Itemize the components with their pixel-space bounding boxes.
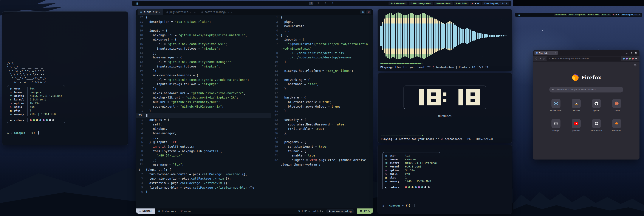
notification-icon[interactable] — [472, 3, 473, 4]
window-minimize-button[interactable] — [626, 52, 628, 54]
shortcut-tile-claude[interactable]: claude — [607, 99, 626, 112]
shortcut-tile-amazon[interactable]: aamazon — [567, 99, 586, 112]
status-module-home[interactable]: Home: 8ms — [434, 2, 452, 6]
status-module-p[interactable]: P: Balanced — [388, 2, 408, 6]
cava-bar — [398, 12, 399, 60]
code-line: 4 nixpkgs-f2k.url = "github:moni-dz/nixp… — [136, 95, 271, 100]
shell-prompt[interactable]: ⌂→canopus~))) — [382, 204, 507, 207]
volume-icon[interactable] — [474, 3, 476, 4]
code-line: 11 username = "tux"; — [136, 162, 271, 167]
vim-mode-segment: NORMAL — [136, 208, 155, 214]
app-launcher-button[interactable] — [134, 2, 139, 5]
workspace-tag-2[interactable]: 2 — [316, 2, 320, 5]
code-text: ]; — [281, 60, 288, 64]
network-icon[interactable] — [478, 3, 479, 4]
window-maximize-button[interactable] — [630, 52, 632, 54]
code-line: 7 inputs.nixpkgs.follows = "nixpkgs"; — [136, 82, 271, 86]
newtab-search-input[interactable] — [556, 88, 620, 91]
tab-close-icon[interactable] — [554, 52, 556, 54]
clock-window[interactable]: 08/08/24 =========================> Play… — [378, 73, 512, 143]
shortcut-tile-chatgpt[interactable]: chatgpt — [546, 119, 566, 132]
code-text: }; — [281, 109, 288, 113]
shortcut-tile-search-nixos[interactable]: search.nixos — [546, 99, 566, 112]
status-module-gpu[interactable]: GPU: Integrated — [568, 14, 586, 16]
status-modules: P: BalancedGPU: IntegratedHome: 8msBat: … — [388, 2, 509, 6]
editor-body: 22{21 description = "tux's NixOS Flake";… — [136, 15, 373, 208]
workspace-tag-1[interactable]: 1 — [309, 2, 314, 5]
cloud-icon — [612, 119, 621, 128]
clock-module[interactable]: Thu Aug 08, 18:18 — [621, 14, 641, 16]
shell-prompt[interactable]: ⌂→canopus~))) — [7, 131, 123, 135]
play-icon — [572, 119, 581, 128]
address-bar[interactable] — [546, 57, 622, 61]
tab-label: hosts/isoImag... — [204, 11, 230, 14]
back-button[interactable] — [535, 57, 538, 60]
shortcut-tile-youtube[interactable]: youtube — [567, 119, 586, 132]
tab-close-icon[interactable] — [231, 12, 232, 13]
code-text: inherit (self) outputs; — [146, 144, 195, 149]
workspace-tag-4[interactable]: 4 — [330, 2, 335, 5]
notification-icon[interactable] — [613, 14, 614, 15]
cava-bar — [482, 12, 483, 60]
status-module-bat[interactable]: Bat: 100 — [454, 2, 468, 6]
browser-tab-new-tab[interactable]: New Tab — [534, 51, 558, 55]
toggle-view-button[interactable] — [360, 10, 365, 14]
status-module-gpu[interactable]: GPU: Integrated — [409, 2, 433, 6]
editor-split-iso[interactable]: 1{2 pkgs,3 modulesPath,4 ...5}: {6 impor… — [271, 15, 373, 208]
window-close-button[interactable] — [635, 52, 637, 54]
terminal-fastfetch-right[interactable]: ◉usertux⌂hnamecanopusdistroNixOS 24.11 (… — [378, 145, 512, 214]
app-launcher-button-secondary[interactable] — [516, 14, 521, 16]
editor-tab-pkgs-default-[interactable]: pkgs/default... — [163, 9, 198, 15]
new-tab-button[interactable] — [559, 52, 563, 54]
code-line: 16 url = "github:nix-community/nixos-wsl… — [136, 42, 271, 46]
status-module-home[interactable]: Home: 6ms — [587, 14, 600, 16]
cava-bar — [380, 12, 382, 60]
code-text: security = { — [281, 118, 306, 122]
shortcut-tile-github[interactable]: github — [587, 99, 606, 112]
tab-close-icon[interactable] — [159, 12, 160, 13]
prompt-home-icon: ⌂ — [7, 131, 9, 135]
newtab-search-bar[interactable] — [549, 87, 623, 92]
info-value-uptime: 4h 23m — [30, 101, 40, 105]
line-number: 16 — [136, 42, 146, 46]
status-module-bat[interactable]: Bat: 100 — [601, 14, 611, 16]
line-number: 10 — [136, 158, 146, 162]
shortcut-tile-chat-openai[interactable]: chat.openai — [587, 119, 606, 132]
shortcut-tile-cloudflare[interactable]: cloudflare — [607, 119, 626, 132]
music-visualizer-window[interactable]: =========================> Playing: ffee… — [378, 9, 512, 71]
address-input[interactable] — [552, 57, 620, 60]
forward-button[interactable] — [539, 57, 541, 60]
line-number: 17 — [271, 91, 281, 96]
info-value-distro: NixOS 24.11 (Vicuna) — [405, 161, 438, 165]
workspace-tag-3[interactable]: 3 — [323, 2, 328, 5]
cava-bar — [448, 12, 449, 60]
cava-bar — [424, 12, 425, 60]
network-icon[interactable] — [618, 14, 619, 15]
code-text: n-cd-minimal.nix" — [281, 46, 312, 51]
extension-icon-4[interactable] — [632, 58, 634, 60]
clock-module[interactable]: Thu Aug 08, 18:18 — [482, 2, 509, 6]
personalize-gear-icon[interactable] — [634, 64, 637, 67]
line-number: 6 — [136, 86, 146, 91]
editor-split-pkgs-default[interactable]: 1{pkgs, ...}: {2 tux-awesome-wm-config =… — [136, 167, 271, 208]
prompt-hostname: canopus — [389, 204, 400, 207]
extension-icon-2[interactable] — [626, 58, 628, 60]
code-text: }: { — [281, 33, 288, 38]
code-line: plugin thunar-volman]; — [271, 162, 373, 167]
refresh-button[interactable] — [543, 58, 545, 60]
editor-tab-hosts-isoImag-[interactable]: hosts/isoImag... — [198, 9, 235, 15]
menu-button[interactable] — [635, 57, 638, 60]
extension-icon-3[interactable] — [629, 58, 631, 60]
volume-icon[interactable] — [616, 14, 617, 15]
nix-file-icon — [140, 11, 142, 13]
extension-icon-1[interactable] — [623, 58, 625, 60]
editor-split-flake[interactable]: 22{21 description = "tux's NixOS Flake";… — [136, 15, 271, 167]
tab-close-icon[interactable] — [194, 12, 196, 13]
code-text: }; — [146, 109, 153, 113]
close-window-button[interactable] — [366, 10, 371, 14]
status-module-p[interactable]: P: Balanced — [554, 14, 567, 16]
code-text: home-manager, — [146, 131, 176, 136]
editor-tab-flake-nix[interactable]: flake.nix — [138, 9, 163, 15]
openai-icon — [592, 119, 601, 128]
terminal-fastfetch-left[interactable]: __ /\ \__ \ \ ,_\ __ __ __ _ \ \ \/ /\ \… — [2, 12, 128, 145]
